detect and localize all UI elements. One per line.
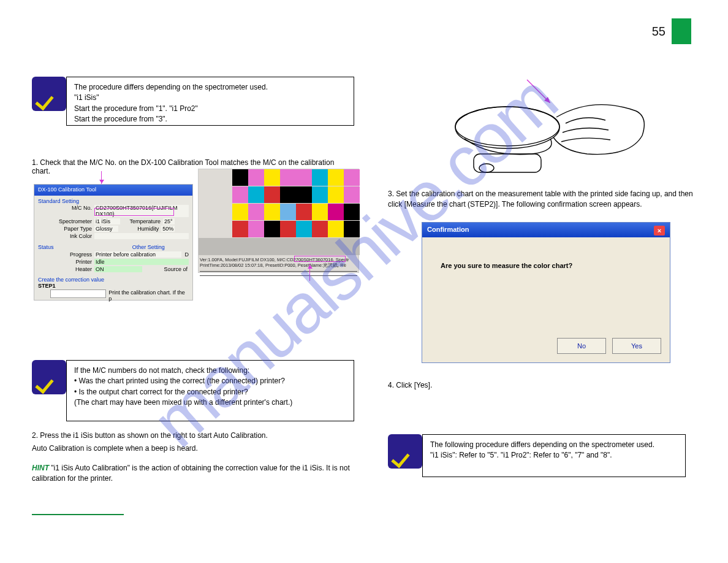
color-patch (328, 221, 344, 237)
color-patch (264, 221, 280, 237)
text: Start the procedure from "3". (74, 115, 167, 123)
screenshot-chart-print: Ver:1.00FA, Model:FUJIFILM DX100, M/C:CD… (198, 169, 359, 273)
page-number: 55 (652, 25, 665, 39)
step-4-block: 4. Click [Yes]. (388, 380, 694, 391)
confirmation-dialog: Confirmation × Are you sure to measure t… (422, 222, 670, 363)
text: PrintTime:2013/08/02 15:07:18, PresetID:… (200, 262, 301, 268)
highlight-box (94, 208, 174, 216)
value: i1 iSis (94, 218, 120, 224)
section-label: Other Setting (132, 244, 189, 250)
step-number: 3. (388, 190, 394, 198)
color-patch (280, 169, 296, 186)
label: M/C No. (38, 205, 94, 217)
color-patch (296, 221, 312, 237)
color-patch (280, 186, 296, 203)
hint-rule (32, 514, 124, 515)
color-patches (232, 169, 360, 238)
label: Humidity (118, 226, 161, 232)
value: Idle (94, 259, 189, 265)
text: 2. Press the i1 iSis button as shown on … (32, 431, 268, 440)
label: Ink Color (38, 233, 94, 239)
text: "i1 iSis" (74, 93, 99, 102)
label: Temperature (120, 218, 163, 224)
check-icon (32, 77, 66, 111)
label: Printer (38, 259, 94, 265)
text: (The chart may have been mixed up with a… (74, 398, 292, 407)
hint-label: HINT (32, 464, 51, 472)
value (94, 233, 189, 239)
color-patch (280, 204, 296, 220)
label: Spectrometer (38, 218, 94, 224)
window-title: DX-100 Calibration Tool (34, 185, 192, 196)
check-icon (32, 360, 66, 394)
text: The procedure differs depending on the s… (74, 83, 268, 91)
text: "i1 iSis Auto Calibration" is the action… (32, 464, 350, 483)
color-patch (264, 169, 280, 186)
svg-rect-4 (474, 154, 541, 172)
color-patch (344, 221, 360, 237)
color-patch (232, 186, 248, 203)
label: Heater (38, 266, 94, 272)
color-patch (248, 186, 264, 203)
color-patch (344, 186, 360, 203)
dialog-title: Confirmation (427, 226, 469, 234)
text: Ver:1.00FA, Model:FUJIFILM DX100, (200, 257, 276, 262)
text: • Was the chart printed using the correc… (74, 377, 285, 385)
color-patch (296, 169, 312, 186)
svg-point-5 (479, 164, 494, 172)
check-note-1-text: The procedure differs depending on the s… (66, 77, 354, 126)
color-patch (344, 169, 360, 186)
section-label: Create the correction value (38, 277, 189, 283)
no-button[interactable]: No (557, 338, 606, 354)
section-label: Standard Setting (38, 198, 189, 204)
label: Progress (38, 251, 94, 258)
color-patch (248, 204, 264, 220)
check-icon (388, 434, 422, 469)
color-patch (312, 169, 328, 186)
illustration-hand-device (428, 79, 667, 177)
text: The following procedure differs dependin… (430, 440, 654, 449)
label: Source of (142, 266, 189, 272)
text: Set the calibration chart on the measure… (388, 190, 693, 209)
value: Glossy (94, 226, 118, 232)
color-patch (312, 204, 328, 220)
label: STEP1 (38, 283, 189, 289)
arrow-icon (309, 264, 310, 281)
text: Auto Calibration is complete when a beep… (32, 444, 198, 453)
step-2-block: 2. Press the i1 iSis button as shown on … (32, 431, 357, 515)
yes-button[interactable]: Yes (612, 338, 661, 354)
label: Paper Type (38, 226, 94, 232)
color-patch (232, 221, 248, 237)
text: Print the calibration chart. If the p (106, 289, 189, 302)
color-patch (232, 204, 248, 220)
color-patch (264, 186, 280, 203)
check-note-1: The procedure differs depending on the s… (32, 77, 354, 126)
color-patch (328, 204, 344, 220)
close-button[interactable]: × (654, 226, 665, 236)
arrow-icon (101, 171, 102, 185)
color-patch (312, 186, 328, 203)
color-patch (264, 204, 280, 220)
hand-svg (452, 90, 654, 182)
color-patch (280, 221, 296, 237)
dialog-message: Are you sure to measure the color chart? (422, 237, 670, 294)
check-note-2-text: If the M/C numbers do not match, check t… (66, 360, 354, 421)
section-label: Status (38, 244, 132, 250)
color-patch (296, 204, 312, 220)
value: ON (94, 266, 142, 272)
color-patch (312, 221, 328, 237)
text: "i1 iSis": Refer to "5". "i1 Pro2": Refe… (430, 451, 612, 459)
value: Printer before calibration (94, 251, 181, 258)
color-patch (328, 186, 344, 203)
highlight-box (294, 256, 346, 262)
step-number: 4. (388, 381, 394, 389)
color-patch (296, 186, 312, 203)
dialog-titlebar: Confirmation × (422, 223, 670, 237)
text: Start the procedure from "1". "i1 Pro2" (74, 104, 198, 113)
value: 50% (161, 226, 175, 232)
screenshot-calibration-tool: DX-100 Calibration Tool Standard Setting… (34, 184, 193, 301)
grey-band (199, 238, 360, 255)
check-note-3: The following procedure differs dependin… (388, 434, 686, 477)
svg-point-3 (455, 107, 559, 148)
color-patch (328, 169, 344, 186)
